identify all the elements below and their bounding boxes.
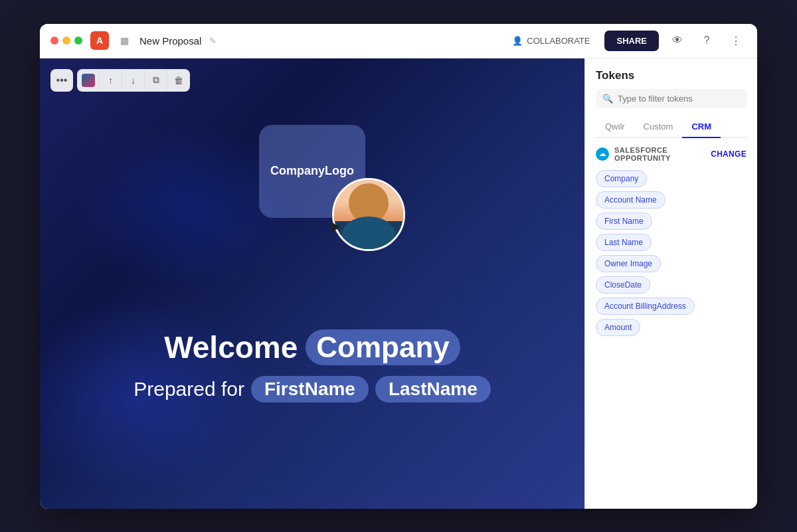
salesforce-icon: ☁ [596,147,609,161]
main-area: ••• ↑ ↓ ⧉ 🗑 CompanyLogo [40,58,757,509]
title-bar: A ▦ New Proposal ✎ 👤 COLLABORATE SHARE 👁… [40,24,757,58]
dots-icon: ••• [56,74,68,86]
prepared-text: Prepared for [133,378,244,400]
change-button[interactable]: CHANGE [711,149,747,159]
firstname-token-pill[interactable]: FirstName [251,376,369,402]
token-chip-account-name[interactable]: Account Name [596,191,665,209]
toolbar-delete-button[interactable]: 🗑 [167,69,190,92]
logo-placeholder-text: CompanyLogo [270,164,354,178]
tab-qwilr[interactable]: Qwilr [596,116,634,138]
more-options-button[interactable]: ⋮ [725,30,747,51]
token-chip-close-date[interactable]: CloseDate [596,276,650,294]
tab-custom[interactable]: Custom [634,116,683,138]
salesforce-label: SALESFORCE OPPORTUNITY [614,146,705,162]
token-chip-owner-image[interactable]: Owner Image [596,255,661,272]
app-logo: A [90,31,109,50]
collaborate-button[interactable]: 👤 COLLABORATE [505,32,596,50]
prepared-line: Prepared for FirstName LastName [40,376,584,402]
tokens-search-input[interactable] [618,94,740,104]
tokens-header: Tokens 🔍 Qwilr Custom CRM [585,58,757,138]
welcome-section: Welcome Company Prepared for FirstName L… [40,329,584,402]
crm-section: ☁ SALESFORCE OPPORTUNITY CHANGE [585,138,757,162]
maximize-window-button[interactable] [74,37,82,44]
help-button[interactable]: ? [696,30,717,51]
toolbar-group: ↑ ↓ ⧉ 🗑 [77,69,190,92]
token-chip-company[interactable]: Company [596,170,647,187]
search-icon: 🔍 [602,94,613,104]
preview-button[interactable]: 👁 [667,30,688,51]
collaborate-label: COLLABORATE [527,36,590,46]
minimize-window-button[interactable] [62,37,70,44]
toolbar-up-button[interactable]: ↑ [100,69,122,92]
token-chip-first-name[interactable]: First Name [596,213,652,230]
toolbar-copy-button[interactable]: ⧉ [145,69,167,92]
token-chip-last-name[interactable]: Last Name [596,234,652,251]
edit-title-icon[interactable]: ✎ [209,36,217,46]
toolbar-down-button[interactable]: ↓ [122,69,145,92]
tokens-title: Tokens [596,69,747,82]
traffic-lights [50,37,82,44]
tokens-list: Company Account Name First Name Last Nam… [585,162,757,509]
document-icon: ▦ [117,33,132,48]
tokens-sidebar: Tokens 🔍 Qwilr Custom CRM ☁ SALESFORCE O… [584,58,757,509]
color-swatch-teal[interactable] [77,69,100,92]
welcome-line: Welcome Company [40,329,584,365]
lastname-token-pill[interactable]: LastName [375,376,491,402]
canvas-toolbar: ••• ↑ ↓ ⧉ 🗑 [50,69,190,92]
tokens-search-box[interactable]: 🔍 [596,89,747,108]
company-token-pill[interactable]: Company [306,329,460,365]
browser-window: A ▦ New Proposal ✎ 👤 COLLABORATE SHARE 👁… [40,24,757,509]
share-button[interactable]: SHARE [604,31,659,51]
person-avatar [332,178,405,251]
welcome-text: Welcome [164,329,298,365]
document-title[interactable]: New Proposal [139,35,201,46]
token-chip-billing-address[interactable]: Account BillingAddress [596,298,695,315]
tokens-tabs: Qwilr Custom CRM [596,116,747,138]
collaborate-icon: 👤 [512,36,523,46]
token-chip-amount[interactable]: Amount [596,319,640,336]
tab-crm[interactable]: CRM [682,116,721,138]
canvas-area[interactable]: ••• ↑ ↓ ⧉ 🗑 CompanyLogo [40,58,584,509]
close-window-button[interactable] [50,37,58,44]
toolbar-more-button[interactable]: ••• [50,69,73,92]
